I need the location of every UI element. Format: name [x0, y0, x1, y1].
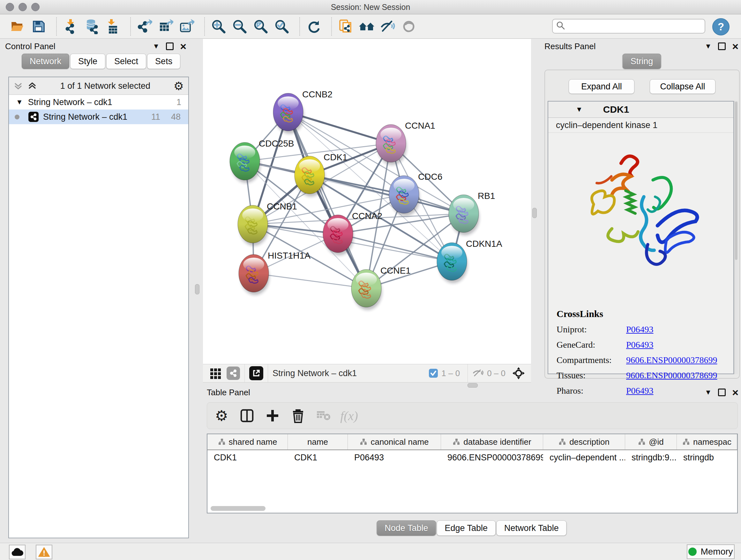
entry-expander-icon[interactable]: ▼ [576, 105, 583, 114]
table-panel-float-icon[interactable] [718, 388, 726, 396]
eye-gray-icon[interactable] [400, 17, 417, 36]
graph-node-CCNA1[interactable]: CCNA1 [376, 121, 435, 165]
hidden-eye-icon[interactable] [472, 368, 484, 378]
graph-node-CDC6[interactable]: CDC6 [389, 172, 442, 216]
column-header-@id[interactable]: @id [625, 434, 677, 449]
table-cell[interactable]: stringdb:9... [625, 450, 677, 465]
tab-network-table[interactable]: Network Table [496, 520, 567, 536]
results-panel-close-icon[interactable]: × [732, 43, 738, 50]
export-image-icon[interactable] [178, 17, 195, 36]
graph-node-CDKN1A[interactable]: CDKN1A [437, 239, 502, 283]
selected-checkbox-icon[interactable] [428, 368, 438, 378]
column-header-namespac[interactable]: namespac [677, 434, 737, 449]
eye-slash-blue-icon[interactable] [379, 17, 396, 36]
column-header-canonical-name[interactable]: canonical name [348, 434, 441, 449]
control-panel-collapse-icon[interactable]: ▼ [152, 42, 159, 51]
table-cell[interactable]: P06493 [348, 450, 441, 465]
search-box[interactable] [552, 19, 705, 34]
zoom-in-icon[interactable] [210, 17, 227, 36]
export-table-icon[interactable] [157, 17, 174, 36]
tab-sets[interactable]: Sets [147, 54, 180, 69]
string-document-icon[interactable] [337, 17, 354, 36]
crosslink-link[interactable]: P06493 [626, 340, 654, 350]
network-canvas[interactable]: CCNB2CCNA1CDC25BCDK1CDC6RB1CCNB1CCNA2CDK… [203, 39, 531, 364]
graph-node-CDC25B[interactable]: CDC25B [230, 138, 294, 183]
collapse-all-button[interactable]: Collapse All [650, 79, 716, 94]
table-panel-collapse-icon[interactable]: ▼ [704, 388, 712, 396]
cloud-button[interactable] [9, 545, 25, 559]
collection-expander-icon[interactable]: ▼ [16, 98, 23, 106]
current-network-dot [15, 115, 19, 119]
zoom-selected-icon[interactable] [273, 17, 290, 36]
warning-button[interactable] [36, 545, 52, 559]
results-panel: Results Panel ▼ × String Expand All Coll… [542, 41, 741, 380]
table-hscrollbar[interactable] [211, 506, 266, 511]
tab-style[interactable]: Style [70, 54, 105, 69]
network-row[interactable]: String Network – cdk1 11 48 [9, 110, 188, 124]
graph-node-CCNE1[interactable]: CCNE1 [351, 266, 411, 310]
crosslink-link[interactable]: 9606.ENSP00000378699 [626, 355, 717, 365]
help-button[interactable]: ? [712, 18, 730, 36]
table-panel-close-icon[interactable]: × [732, 389, 738, 395]
crosslink-link[interactable]: P06493 [626, 324, 654, 334]
tab-string[interactable]: String [623, 54, 661, 69]
bottom-splitter-handle[interactable] [468, 383, 478, 388]
network-graph[interactable]: CCNB2CCNA1CDC25BCDK1CDC6RB1CCNB1CCNA2CDK… [203, 39, 531, 364]
results-panel-collapse-icon[interactable]: ▼ [704, 42, 712, 51]
export-network-icon[interactable] [136, 17, 153, 36]
graph-node-CDK1[interactable]: CDK1 [294, 152, 347, 197]
zoom-out-icon[interactable] [231, 17, 248, 36]
search-input[interactable] [568, 21, 701, 31]
table-row[interactable]: CDK1CDK1P064939606.ENSP00000378699cyclin… [207, 450, 737, 465]
tab-node-table[interactable]: Node Table [377, 520, 436, 536]
results-scrollbar[interactable] [734, 101, 738, 374]
expand-all-button[interactable]: Expand All [569, 79, 634, 94]
share-view-icon[interactable] [226, 367, 240, 380]
import-database-icon[interactable] [83, 17, 100, 36]
table-cell[interactable]: cyclin–dependent ... [543, 450, 625, 465]
graph-node-RB1[interactable]: RB1 [449, 191, 495, 235]
import-table-icon[interactable] [104, 17, 121, 36]
network-options-gear-icon[interactable]: ⚙ [174, 79, 184, 92]
houses-icon[interactable] [358, 17, 375, 36]
column-header-shared-name[interactable]: shared name [207, 434, 288, 449]
columns-icon[interactable] [239, 408, 255, 424]
crosslink-link[interactable]: 9606.ENSP00000378699 [626, 370, 717, 381]
tab-select[interactable]: Select [106, 54, 146, 69]
save-icon[interactable] [30, 17, 47, 36]
collapse-all-networks-icon[interactable] [27, 81, 37, 91]
memory-button[interactable]: Memory [687, 544, 735, 559]
plus-icon[interactable] [265, 408, 280, 424]
refresh-icon[interactable] [305, 17, 322, 36]
trash-icon[interactable] [290, 408, 306, 424]
table-cell[interactable]: CDK1 [288, 450, 348, 465]
control-panel-float-icon[interactable] [166, 43, 174, 50]
gear-icon[interactable]: ⚙ [213, 408, 229, 424]
expand-all-networks-icon[interactable] [13, 81, 23, 91]
graph-node-CCNB1[interactable]: CCNB1 [238, 201, 297, 246]
table-cell[interactable]: 9606.ENSP00000378699 [441, 450, 543, 465]
zoom-fit-icon[interactable] [252, 17, 269, 36]
graph-node-HIST1H1A[interactable]: HIST1H1A [239, 251, 311, 295]
fx-icon: f(x) [341, 408, 357, 424]
column-header-description[interactable]: description [543, 434, 625, 449]
grid-view-icon[interactable] [209, 367, 222, 380]
import-network-icon[interactable] [62, 17, 79, 36]
column-header-name[interactable]: name [288, 434, 348, 449]
results-panel-float-icon[interactable] [718, 43, 726, 50]
open-folder-icon[interactable] [9, 17, 26, 36]
graph-node-CCNB2[interactable]: CCNB2 [273, 89, 333, 134]
left-splitter-handle[interactable] [195, 284, 199, 294]
table-cell[interactable]: CDK1 [207, 450, 288, 465]
string-network-icon [28, 112, 39, 122]
column-header-database-identifier[interactable]: database identifier [441, 434, 543, 449]
tab-network[interactable]: Network [22, 54, 69, 69]
control-panel-close-icon[interactable]: × [180, 43, 186, 50]
network-collection-row[interactable]: ▼ String Network – cdk1 1 [9, 95, 188, 110]
table-cell[interactable]: stringdb [677, 450, 737, 465]
node-table: shared namenamecanonical namedatabase id… [207, 434, 738, 513]
right-splitter-handle[interactable] [532, 208, 537, 218]
external-link-icon[interactable] [249, 366, 263, 380]
fit-crosshair-icon[interactable] [512, 367, 525, 380]
tab-edge-table[interactable]: Edge Table [436, 520, 495, 536]
